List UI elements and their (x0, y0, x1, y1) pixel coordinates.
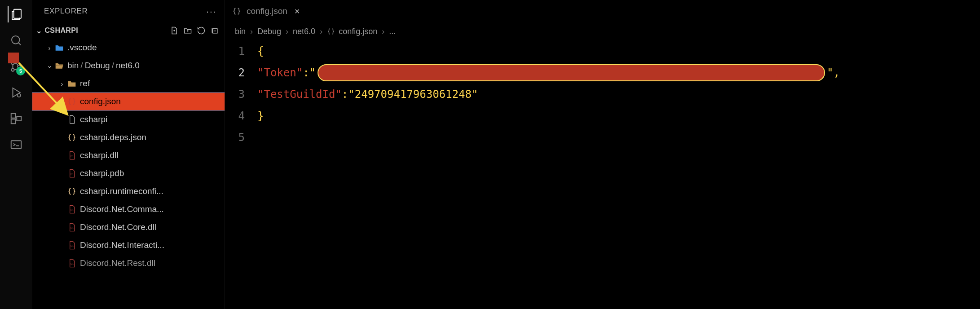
breadcrumb-item: ... (389, 27, 396, 36)
tree-file-dnet-cmd[interactable]: 01 Discord.Net.Comma... (32, 200, 225, 218)
breadcrumb-item: bin (235, 27, 246, 36)
source-control-badge: 5 (16, 66, 25, 75)
chevron-right-icon: › (250, 27, 253, 36)
svg-point-2 (11, 62, 14, 64)
terminal-panel-icon[interactable] (8, 137, 24, 153)
folder-open-icon (54, 62, 65, 70)
tree-file-pdb[interactable]: 01 csharpi.pdb (32, 164, 225, 182)
svg-rect-6 (11, 114, 16, 118)
sidebar-title: EXPLORER (44, 7, 88, 16)
explorer-actions (170, 26, 225, 35)
tree-file-config[interactable]: config.json (32, 93, 225, 110)
sidebar-more-icon[interactable]: ··· (206, 6, 216, 17)
svg-rect-0 (14, 9, 21, 18)
tree-label: Discord.Net.Rest.dll (80, 258, 155, 268)
svg-point-5 (18, 94, 21, 97)
tree-label: config.json (80, 97, 121, 106)
run-debug-icon[interactable] (8, 84, 24, 101)
tree-file-dll[interactable]: 01 csharpi.dll (32, 146, 225, 164)
svg-text:01: 01 (71, 208, 74, 212)
binary-icon: 01 (66, 259, 77, 268)
tree-label: Discord.Net.Interacti... (80, 240, 164, 250)
editor: config.json × bin › Debug › net6.0 › con… (225, 0, 980, 309)
file-icon (66, 115, 77, 124)
svg-text:01: 01 (71, 226, 74, 230)
breadcrumb-item: config.json (327, 27, 377, 36)
binary-icon: 01 (66, 151, 77, 160)
collapse-all-icon[interactable] (210, 26, 219, 35)
tree-file-csharpi[interactable]: csharpi (32, 110, 225, 128)
tree-file-deps[interactable]: csharpi.deps.json (32, 128, 225, 146)
tree-label: ref (80, 79, 90, 88)
tree-label: csharpi (80, 115, 107, 124)
svg-point-1 (12, 36, 20, 44)
line-gutter: 1 2 3 4 5 (225, 40, 257, 148)
tree-compact-path: bin/Debug/net6.0 (67, 61, 140, 71)
folder-icon (54, 44, 65, 52)
chevron-right-icon: › (320, 27, 322, 36)
svg-rect-7 (11, 119, 16, 124)
binary-icon: 01 (66, 223, 77, 232)
activity-bar: 5 (0, 0, 32, 309)
new-folder-icon[interactable] (183, 26, 192, 35)
svg-text:01: 01 (71, 262, 74, 265)
tree-folder-vscode[interactable]: › .vscode (32, 39, 225, 57)
explorer-icon[interactable] (8, 6, 24, 22)
chevron-down-icon: ⌄ (36, 26, 42, 35)
tab-bar: config.json × (225, 0, 980, 22)
binary-icon: 01 (66, 205, 77, 214)
workspace-root[interactable]: ⌄ CSHARPI (32, 22, 225, 39)
tree-label: csharpi.runtimeconfi... (80, 186, 163, 196)
search-icon[interactable] (8, 32, 24, 49)
chevron-right-icon: › (382, 27, 384, 36)
binary-icon: 01 (66, 169, 77, 178)
svg-rect-8 (17, 116, 21, 121)
code-area[interactable]: 1 2 3 4 5 { "Token": "", "TestGuildId": … (225, 40, 980, 148)
tree-label: csharpi.dll (80, 150, 119, 160)
svg-point-3 (11, 68, 14, 71)
extensions-icon[interactable] (8, 110, 24, 127)
chevron-right-icon: › (57, 80, 66, 88)
binary-icon: 01 (66, 241, 77, 250)
json-icon (232, 7, 241, 16)
svg-text:01: 01 (71, 244, 74, 247)
json-icon (66, 133, 77, 142)
refresh-icon[interactable] (197, 26, 206, 35)
tree-label: csharpi.deps.json (80, 132, 146, 142)
tab-config[interactable]: config.json × (225, 0, 307, 22)
tree-folder-bin[interactable]: ⌄ bin/Debug/net6.0 (32, 57, 225, 75)
folder-icon (66, 79, 77, 88)
breadcrumbs[interactable]: bin › Debug › net6.0 › config.json › ... (225, 22, 980, 40)
workspace-root-label: CSHARPI (44, 26, 78, 35)
explorer-sidebar: EXPLORER ··· ⌄ CSHARPI › .vscode ⌄ (32, 0, 225, 309)
tree-label: Discord.Net.Comma... (80, 204, 164, 214)
tree-file-dnet-inter[interactable]: 01 Discord.Net.Interacti... (32, 236, 225, 254)
tree-file-dnet-core[interactable]: 01 Discord.Net.Core.dll (32, 218, 225, 236)
new-file-icon[interactable] (170, 26, 179, 35)
json-icon (66, 187, 77, 196)
breadcrumb-item: Debug (257, 27, 281, 36)
redacted-token (318, 64, 825, 81)
json-icon (66, 97, 77, 106)
tree-label: .vscode (67, 43, 97, 53)
svg-rect-9 (11, 141, 22, 149)
tab-label: config.json (247, 6, 287, 16)
tree-folder-ref[interactable]: › ref (32, 75, 225, 93)
breadcrumb-item: net6.0 (293, 27, 315, 36)
svg-text:01: 01 (71, 172, 74, 176)
chevron-down-icon: ⌄ (45, 62, 54, 70)
svg-text:01: 01 (71, 154, 74, 158)
tree-label: Discord.Net.Core.dll (80, 222, 156, 232)
chevron-right-icon: › (45, 44, 54, 52)
tree-file-dnet-rest[interactable]: 01 Discord.Net.Rest.dll (32, 254, 225, 272)
tree-file-runtime[interactable]: csharpi.runtimeconfi... (32, 182, 225, 200)
close-icon[interactable]: × (293, 6, 300, 17)
sidebar-header: EXPLORER ··· (32, 0, 225, 22)
source-control-icon[interactable]: 5 (8, 58, 24, 75)
file-tree: › .vscode ⌄ bin/Debug/net6.0 › ref confi… (32, 39, 225, 272)
chevron-right-icon: › (286, 27, 288, 36)
tree-label: csharpi.pdb (80, 168, 124, 178)
code-content[interactable]: { "Token": "", "TestGuildId": "249709417… (257, 40, 980, 148)
